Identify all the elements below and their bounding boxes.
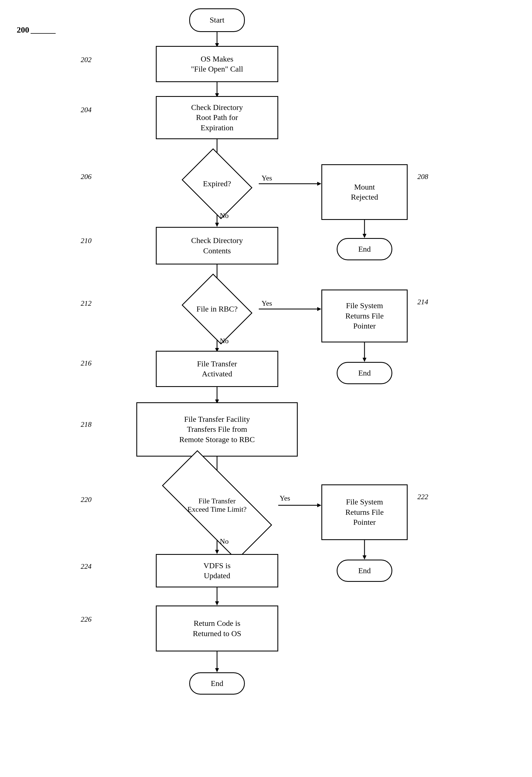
node-220-container: File TransferExceed Time Limit? xyxy=(156,475,278,536)
svg-marker-11 xyxy=(215,223,219,227)
step-label-214: 214 xyxy=(417,298,428,306)
step-label-220: 220 xyxy=(81,495,92,504)
svg-marker-25 xyxy=(317,503,321,507)
svg-marker-9 xyxy=(363,234,367,238)
end-final-node: End xyxy=(189,672,245,695)
node-206-container: Expired? xyxy=(184,157,250,210)
no-label-206: No xyxy=(220,212,229,220)
step-label-204: 204 xyxy=(81,106,92,114)
step-label-202: 202 xyxy=(81,56,92,64)
end-fs2-node: End xyxy=(337,560,392,582)
end-mount-node: End xyxy=(337,238,392,260)
flowchart-diagram: 200 xyxy=(0,0,532,777)
svg-marker-33 xyxy=(215,668,219,672)
yes-label-212: Yes xyxy=(262,299,272,308)
svg-marker-17 xyxy=(363,358,367,362)
no-label-212: No xyxy=(220,337,229,345)
node-222: File SystemReturns FilePointer xyxy=(321,484,408,540)
no-label-220: No xyxy=(220,537,229,546)
node-224: VDFS isUpdated xyxy=(156,554,278,587)
svg-marker-29 xyxy=(215,550,219,554)
node-218: File Transfer FacilityTransfers File fro… xyxy=(136,402,298,457)
step-label-216: 216 xyxy=(81,359,92,367)
node-206-label: Expired? xyxy=(184,157,250,210)
yes-label-206: Yes xyxy=(262,174,272,182)
node-210: Check DirectoryContents xyxy=(156,227,278,264)
step-label-210: 210 xyxy=(81,237,92,245)
yes-label-220: Yes xyxy=(280,494,290,503)
node-202: OS Makes"File Open" Call xyxy=(156,46,278,82)
svg-marker-27 xyxy=(363,555,367,560)
diagram-ref: 200 xyxy=(17,25,29,34)
step-label-212: 212 xyxy=(81,299,92,308)
step-label-224: 224 xyxy=(81,562,92,571)
svg-marker-7 xyxy=(317,182,321,186)
node-214: File SystemReturns FilePointer xyxy=(321,290,408,342)
node-212-label: File in RBC? xyxy=(184,283,250,335)
step-label-208: 208 xyxy=(417,173,428,181)
step-label-218: 218 xyxy=(81,420,92,429)
start-node: Start xyxy=(189,8,245,32)
step-label-206: 206 xyxy=(81,173,92,181)
node-216: File TransferActivated xyxy=(156,351,278,387)
svg-marker-31 xyxy=(215,601,219,605)
step-label-226: 226 xyxy=(81,615,92,624)
node-212-container: File in RBC? xyxy=(184,283,250,335)
node-220-label: File TransferExceed Time Limit? xyxy=(156,475,278,536)
svg-marker-15 xyxy=(317,307,321,311)
node-208: MountRejected xyxy=(321,164,408,220)
node-204: Check DirectoryRoot Path forExpiration xyxy=(156,96,278,139)
end-fs1-node: End xyxy=(337,362,392,384)
node-226: Return Code isReturned to OS xyxy=(156,605,278,651)
step-label-222: 222 xyxy=(417,493,428,501)
